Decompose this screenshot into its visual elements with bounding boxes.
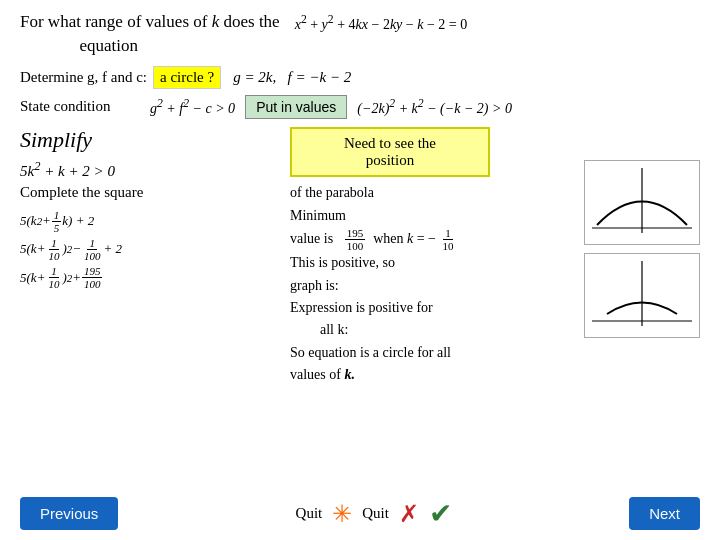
quit-button-left[interactable]: Quit bbox=[296, 505, 323, 522]
graph-parabola-2 bbox=[584, 253, 700, 338]
determine-label: Determine g, f and c: bbox=[20, 69, 147, 86]
need-to-see-line1: Need to see the bbox=[344, 135, 436, 151]
k-variable: k bbox=[212, 12, 220, 31]
header-row: For what range of values of k does the e… bbox=[20, 10, 700, 58]
parabola-svg-1 bbox=[587, 163, 697, 238]
need-to-see-box: Need to see the position bbox=[290, 127, 490, 177]
math-step-2: 5(k + 110 )2 − 1100 + 2 bbox=[20, 237, 220, 262]
header-text: For what range of values of k does the e… bbox=[20, 10, 280, 58]
main-container: For what range of values of k does the e… bbox=[0, 0, 720, 540]
values-of-k: values of k. bbox=[290, 367, 355, 382]
so-equation-text: So equation is a circle for all bbox=[290, 345, 451, 360]
condition-formula: g2 + f2 − c > 0 bbox=[150, 97, 235, 117]
equation-display: x2 + y2 + 4kx − 2ky − k − 2 = 0 bbox=[295, 12, 468, 34]
state-label: State condition bbox=[20, 98, 140, 115]
positive-text: This is positive, so bbox=[290, 255, 395, 270]
header-equation-label: equation bbox=[20, 36, 138, 55]
check-icon: ✔ bbox=[429, 497, 452, 530]
left-column: Simplify 5k2 + k + 2 > 0 Complete the sq… bbox=[20, 127, 220, 391]
math-step-1: 5(k2 + 15 k) + 2 bbox=[20, 209, 220, 234]
state-condition-row: State condition g2 + f2 − c > 0 Put in v… bbox=[20, 95, 700, 119]
sun-icon: ✳ bbox=[332, 500, 352, 528]
does-the-text: does the bbox=[223, 12, 279, 31]
next-button[interactable]: Next bbox=[629, 497, 700, 530]
determine-row: Determine g, f and c: a circle ? g = 2k,… bbox=[20, 66, 700, 89]
equation-word: equation bbox=[80, 36, 139, 55]
graphs-area bbox=[584, 160, 700, 338]
put-values-formula: (−2k)2 + k2 − (−k − 2) > 0 bbox=[357, 97, 512, 117]
bottom-nav: Previous Quit ✳ Quit ✗ ✔ Next bbox=[0, 497, 720, 530]
circle-highlight: a circle ? bbox=[153, 66, 221, 89]
parabola-svg-2 bbox=[587, 256, 697, 331]
bottom-center: Quit ✳ Quit ✗ ✔ bbox=[296, 497, 452, 530]
minimum-label: Minimum value is 195100 when k = − 110 bbox=[290, 208, 457, 246]
quit-button-right[interactable]: Quit bbox=[362, 505, 389, 522]
complete-square-label: Complete the square bbox=[20, 184, 220, 201]
simplify-label: Simplify bbox=[20, 127, 220, 153]
cross-icon: ✗ bbox=[399, 500, 419, 528]
expression-positive-text: Expression is positive for bbox=[290, 300, 433, 315]
header-line1: For what range of values of k does the bbox=[20, 12, 280, 31]
put-values-button[interactable]: Put in values bbox=[245, 95, 347, 119]
simplify-formula: 5k2 + k + 2 > 0 bbox=[20, 159, 220, 180]
math-step-3: 5(k + 110 )2 + 195100 bbox=[20, 265, 220, 290]
all-k-text: all k: bbox=[290, 322, 348, 337]
graph-is-text: graph is: bbox=[290, 278, 339, 293]
previous-button[interactable]: Previous bbox=[20, 497, 118, 530]
gf-formula: g = 2k, f = −k − 2 bbox=[233, 69, 351, 86]
header-line1-text: For what range of values of bbox=[20, 12, 207, 31]
need-to-see-line2: position bbox=[366, 152, 414, 168]
graph-parabola-1 bbox=[584, 160, 700, 245]
